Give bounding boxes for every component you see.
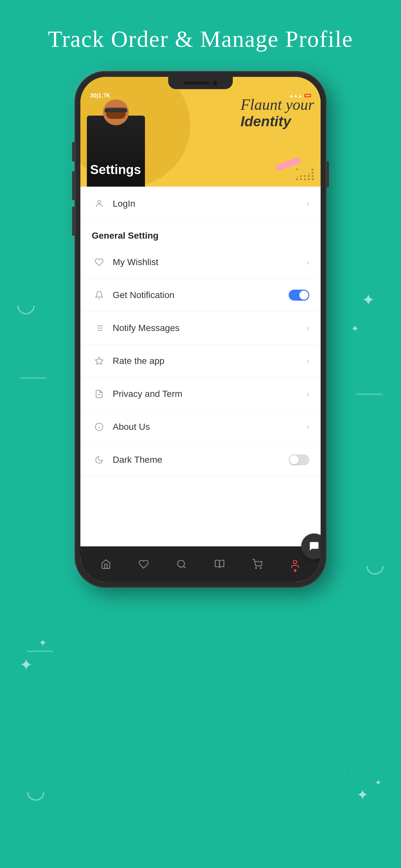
privacy-label: Privacy and Term — [113, 389, 306, 399]
rate-app-menu-item[interactable]: Rate the app › — [81, 345, 320, 377]
dark-theme-label: Dark Theme — [113, 455, 289, 465]
bottom-navigation — [81, 547, 320, 582]
mute-button — [72, 142, 76, 161]
power-button — [325, 161, 329, 187]
wishlist-menu-item[interactable]: My Wishlist › — [81, 246, 320, 279]
rate-app-chevron: › — [306, 356, 309, 366]
speaker-grill — [184, 82, 210, 84]
hero-identity: Identity — [241, 113, 314, 129]
notification-label: Get Notification — [113, 290, 289, 300]
nav-profile[interactable] — [290, 559, 300, 569]
svg-point-16 — [260, 568, 261, 569]
svg-marker-7 — [95, 357, 103, 364]
notification-toggle[interactable] — [289, 290, 309, 301]
dark-toggle-knob — [289, 455, 299, 464]
privacy-menu-item[interactable]: Privacy and Term › — [81, 377, 320, 410]
rate-app-label: Rate the app — [113, 356, 306, 366]
smile-decoration-1: ◡ — [16, 290, 36, 317]
signal-icon: ▲▲▲ — [289, 93, 303, 98]
status-time: 30|1.7K — [90, 92, 111, 99]
smile-decoration-2: ◡ — [365, 551, 385, 578]
phone-outer-shell: 30|1.7K ▲▲▲ — [74, 71, 327, 588]
svg-line-14 — [184, 566, 186, 568]
nav-catalog[interactable] — [214, 559, 225, 569]
privacy-chevron: › — [306, 389, 309, 399]
notify-messages-chevron: › — [306, 323, 309, 333]
nav-home[interactable] — [101, 559, 111, 569]
notify-messages-menu-item[interactable]: Notify Messages › — [81, 312, 320, 345]
svg-point-15 — [256, 568, 257, 569]
login-chevron: › — [306, 198, 309, 209]
settings-title: Settings — [90, 162, 141, 177]
battery-icon — [305, 94, 311, 97]
sparkle-icon-4: ✦ — [39, 637, 47, 648]
list-icon — [92, 321, 106, 335]
notify-messages-label: Notify Messages — [113, 323, 306, 333]
sparkle-icon-3: ✦ — [19, 655, 33, 674]
login-row[interactable]: LogIn › — [81, 187, 320, 221]
smile-decoration-3: ◡ — [26, 777, 45, 803]
front-camera — [213, 81, 217, 85]
svg-point-17 — [294, 560, 297, 564]
notification-menu-item[interactable]: Get Notification — [81, 279, 320, 312]
status-icons: ▲▲▲ — [289, 93, 311, 98]
screen-content: LogIn › General Setting My Wishlist › — [81, 187, 320, 550]
moon-icon — [92, 453, 106, 467]
profile-notification-dot — [294, 569, 297, 572]
dark-theme-menu-item[interactable]: Dark Theme — [81, 443, 320, 476]
nav-cart[interactable] — [252, 559, 263, 569]
nav-search[interactable] — [176, 559, 187, 569]
svg-point-0 — [97, 200, 100, 203]
person-icon — [92, 196, 106, 211]
wave-decoration-1: ~~~~~ — [19, 371, 45, 385]
about-menu-item[interactable]: About Us › — [81, 410, 320, 443]
sparkle-icon-6: ✦ — [375, 778, 382, 787]
phone-screen: 30|1.7K ▲▲▲ — [81, 77, 320, 582]
general-setting-header: General Setting — [81, 221, 320, 246]
phone-notch — [168, 77, 233, 89]
svg-point-13 — [178, 560, 184, 567]
notification-toggle-container[interactable] — [289, 290, 309, 301]
heart-icon — [92, 255, 106, 269]
star-icon — [92, 353, 106, 368]
wishlist-chevron: › — [306, 257, 309, 268]
volume-up-button — [72, 171, 76, 200]
dark-theme-toggle-container[interactable] — [289, 454, 309, 465]
document-icon — [92, 386, 106, 401]
status-bar: 30|1.7K ▲▲▲ — [81, 89, 320, 102]
volume-down-button — [72, 207, 76, 236]
nav-wishlist[interactable] — [138, 559, 149, 569]
sparkle-icon-7: · — [351, 770, 352, 778]
wave-decoration-3: ~~~~~ — [26, 645, 52, 658]
info-icon — [92, 420, 106, 434]
wave-decoration-2: ~~~~~ — [356, 388, 382, 401]
dark-theme-toggle[interactable] — [289, 454, 309, 465]
login-label: LogIn — [113, 198, 306, 209]
toggle-knob — [299, 290, 308, 300]
bell-icon — [92, 288, 106, 302]
phone-mockup: 30|1.7K ▲▲▲ — [55, 71, 346, 781]
about-chevron: › — [306, 422, 309, 432]
about-label: About Us — [113, 422, 306, 432]
page-title: Track Order & Manage Profile — [0, 26, 401, 53]
wishlist-label: My Wishlist — [113, 257, 306, 268]
sparkle-icon-2: ✦ — [351, 323, 359, 334]
sparkle-icon-1: ✦ — [362, 290, 375, 309]
sparkle-icon-5: ✦ — [357, 786, 369, 803]
